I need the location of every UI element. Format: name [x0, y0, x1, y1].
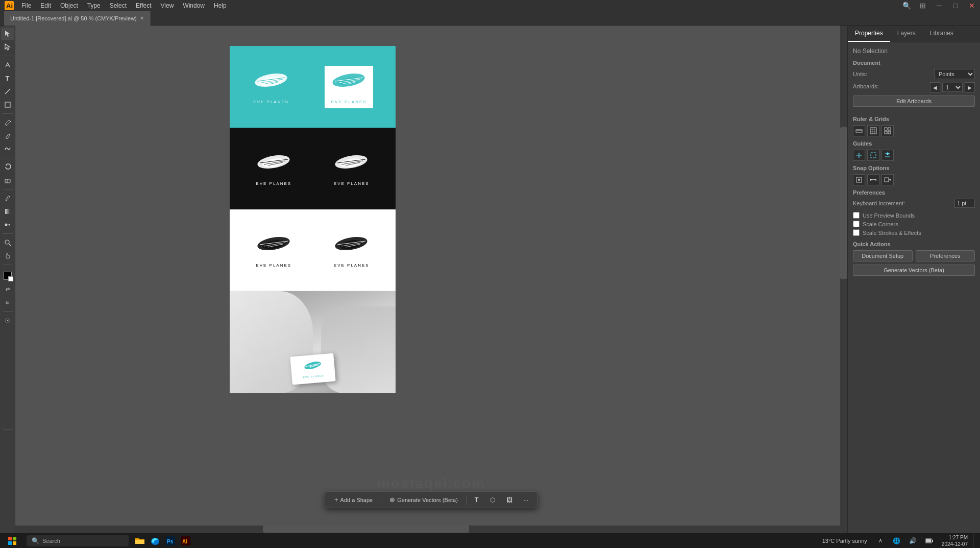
svg-line-13 [9, 244, 11, 246]
menu-view[interactable]: View [157, 1, 178, 10]
photoshop-icon[interactable]: Ps [163, 534, 178, 548]
hand-tool[interactable] [1, 250, 14, 262]
svg-rect-75 [871, 153, 876, 158]
paintbrush-tool[interactable] [1, 116, 14, 129]
gradient-tool[interactable] [1, 205, 14, 218]
logo-item-black-left: EVE PLANES [255, 152, 293, 186]
generate-vectors-btn[interactable]: ⊗ Generate Vectors (Beta) [384, 494, 463, 506]
menu-object[interactable]: Object [56, 1, 82, 10]
svg-point-11 [8, 224, 10, 226]
svg-marker-83 [874, 179, 876, 181]
close-btn[interactable]: ✕ [966, 0, 978, 11]
selection-tool[interactable] [1, 28, 14, 40]
svg-rect-72 [888, 131, 891, 134]
snap-icon-btn-1[interactable] [853, 174, 865, 185]
swap-colors-icon[interactable]: ⇄ [1, 283, 14, 295]
artboard-next-btn[interactable]: ▶ [965, 82, 975, 92]
more-options-btn[interactable]: ··· [519, 495, 533, 505]
canvas-area[interactable]: EVE PLANES EVE PLANES [15, 26, 847, 533]
svg-rect-5 [5, 102, 10, 107]
artboard-prev-btn[interactable]: ◀ [930, 82, 940, 92]
snap-icon-btn-2[interactable] [867, 174, 879, 185]
logo-item-black-right: EVE PLANES [332, 152, 371, 186]
eyedropper-tool[interactable] [1, 192, 14, 204]
snap-icon-btn-3[interactable] [881, 174, 894, 185]
ruler-icon-btn[interactable] [853, 125, 865, 136]
artboard-select[interactable]: 1 [942, 83, 963, 92]
volume-icon[interactable]: 🔊 [906, 534, 920, 548]
grid-icon-btn[interactable] [867, 125, 879, 136]
chevron-up-icon[interactable]: ∧ [873, 534, 888, 548]
menu-window[interactable]: Window [179, 1, 209, 10]
edge-icon[interactable] [148, 534, 162, 548]
change-screen-mode[interactable]: ⊡ [1, 314, 14, 326]
edit-artboards-btn[interactable]: Edit Artboards [853, 96, 975, 107]
guides-icon-btn-1[interactable] [853, 150, 865, 161]
tab-layers[interactable]: Layers [890, 26, 923, 42]
pencil-tool[interactable] [1, 130, 14, 142]
generate-vectors-panel-btn[interactable]: Generate Vectors (Beta) [853, 265, 975, 276]
type-tool[interactable]: T [1, 72, 14, 84]
menu-select[interactable]: Select [106, 1, 131, 10]
shape-tool-btn[interactable]: ⬡ [485, 494, 500, 506]
zoom-tool[interactable] [1, 236, 14, 249]
tab-properties[interactable]: Properties [848, 26, 890, 42]
guides-icon-btn-2[interactable] [867, 150, 879, 161]
add-shape-btn[interactable]: + Add a Shape [329, 494, 378, 506]
file-explorer-icon[interactable] [133, 534, 147, 548]
direct-selection-tool[interactable] [1, 41, 14, 53]
canvas-hscroll[interactable] [15, 526, 840, 533]
menu-help[interactable]: Help [210, 1, 231, 10]
svg-text:Ps: Ps [167, 539, 174, 544]
menu-effect[interactable]: Effect [132, 1, 155, 10]
taskbar-system-icons: 13°C Partly sunny ∧ 🌐 🔊 1:27 PM 2024-12-… [822, 534, 980, 548]
document-setup-btn[interactable]: Document Setup [853, 250, 913, 261]
network-icon[interactable]: 🌐 [890, 534, 904, 548]
rectangle-tool[interactable] [1, 99, 14, 111]
scale-corners-checkbox[interactable] [853, 221, 860, 227]
menu-type[interactable]: Type [83, 1, 105, 10]
tab-close-icon[interactable]: ✕ [140, 15, 144, 21]
taskbar-search[interactable]: 🔍 Search [27, 535, 129, 546]
document-tab[interactable]: Untitled-1 [Recovered].ai @ 50 % (CMYK/P… [4, 11, 151, 26]
app-logo-icon[interactable]: Ai [2, 1, 16, 11]
image-tool-btn[interactable]: 🖼 [501, 494, 518, 506]
logo-text-black-left: EVE PLANES [256, 181, 291, 186]
show-desktop-btn[interactable] [973, 534, 976, 548]
tab-libraries[interactable]: Libraries [923, 26, 961, 42]
line-segment-tool[interactable] [1, 85, 14, 98]
maximize-btn[interactable]: □ [949, 0, 962, 11]
search-icon-btn[interactable]: 🔍 [900, 0, 913, 11]
scale-corners-label: Scale Corners [863, 221, 898, 227]
artboard: EVE PLANES EVE PLANES [230, 46, 396, 393]
pixel-grid-icon-btn[interactable] [881, 125, 894, 136]
arrange-windows-btn[interactable]: ⊞ [917, 0, 929, 11]
preferences-label: Preferences [853, 189, 975, 196]
guides-icon-btn-3[interactable] [881, 150, 894, 161]
scale-strokes-label: Scale Strokes & Effects [863, 230, 921, 236]
units-select[interactable]: Points [934, 69, 975, 79]
canvas-vscroll[interactable] [840, 26, 847, 533]
svg-marker-82 [870, 179, 872, 181]
use-preview-bounds-checkbox[interactable] [853, 212, 860, 219]
shaper-tool[interactable] [1, 143, 14, 155]
default-colors-icon[interactable]: ⊡ [1, 296, 14, 308]
menu-file[interactable]: File [17, 1, 35, 10]
minimize-btn[interactable]: ─ [933, 0, 945, 11]
svg-rect-90 [13, 541, 16, 545]
menu-edit[interactable]: Edit [36, 1, 55, 10]
preferences-btn[interactable]: Preferences [916, 250, 975, 261]
taskbar-clock[interactable]: 1:27 PM 2024-12-07 [939, 534, 971, 547]
keyboard-increment-input[interactable] [954, 199, 975, 208]
use-preview-bounds-label: Use Preview Bounds [863, 212, 915, 219]
rotate-tool[interactable] [1, 161, 14, 173]
eraser-tool[interactable] [1, 174, 14, 186]
illustrator-icon[interactable]: Ai [179, 534, 193, 548]
right-panel: Properties Layers Libraries No Selection… [847, 26, 980, 533]
pen-tool[interactable] [1, 59, 14, 71]
type-tool-btn[interactable]: T [470, 494, 484, 506]
start-button[interactable] [0, 533, 24, 549]
blend-tool[interactable] [1, 219, 14, 231]
fill-color[interactable] [1, 270, 14, 282]
scale-strokes-checkbox[interactable] [853, 229, 860, 236]
